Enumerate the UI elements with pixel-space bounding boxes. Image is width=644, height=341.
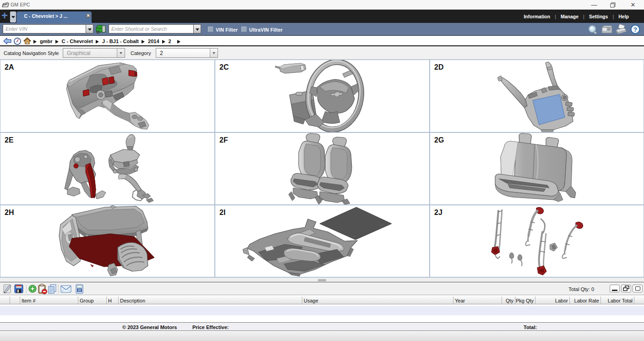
svg-text:?: ? bbox=[633, 26, 637, 33]
